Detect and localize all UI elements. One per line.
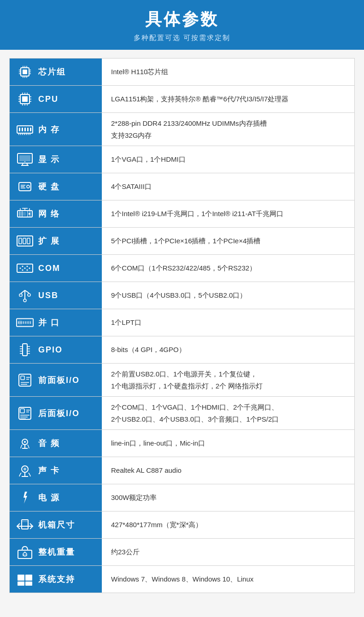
spec-row-dimensions: 机箱尺寸 427*480*177mm（宽*深*高） <box>10 511 354 539</box>
svg-rect-33 <box>30 128 31 131</box>
svg-rect-131 <box>18 582 24 586</box>
svg-point-69 <box>22 266 23 267</box>
spec-name-usb: USB <box>38 291 59 300</box>
svg-rect-32 <box>27 128 29 131</box>
display-icon <box>16 151 34 168</box>
usb-icon <box>16 287 34 304</box>
spec-row-display: 显 示 1个VGA口，1个HDMI口 <box>10 146 354 173</box>
parallel-icon <box>16 314 34 331</box>
page-title: 具体参数 <box>9 8 355 31</box>
svg-rect-64 <box>19 238 22 244</box>
spec-name-soundcard: 声 卡 <box>38 465 60 476</box>
spec-value-front-io: 2个前置USB2.0口、1个电源开关，1个复位键，1个电源指示灯，1个硬盘指示灯… <box>102 364 354 396</box>
spec-label-front-io: 前面板I/O <box>10 364 102 396</box>
svg-rect-57 <box>29 213 30 215</box>
svg-text:KG: KG <box>23 553 27 557</box>
spec-name-audio: 音 频 <box>38 438 60 449</box>
svg-rect-132 <box>25 582 32 586</box>
spec-row-com: COM 6个COM口（1个RS232/422/485，5个RS232） <box>10 255 354 282</box>
svg-point-74 <box>29 268 30 269</box>
spec-value-audio: line-in口，line-out口，Mic-in口 <box>102 430 354 457</box>
svg-rect-108 <box>20 409 24 413</box>
svg-point-78 <box>28 294 30 296</box>
page-subtitle: 多种配置可选 可按需求定制 <box>9 34 355 42</box>
spec-name-com: COM <box>38 264 60 273</box>
spec-value-os: Windows 7、Windows 8、Windows 10、Linux <box>102 566 354 593</box>
svg-point-70 <box>22 270 23 271</box>
spec-label-network: 网 络 <box>10 200 102 227</box>
spec-row-usb: USB 9个USB口（4个USB3.0口，5个USB2.0口） <box>10 282 354 309</box>
spec-label-expansion: 扩 展 <box>10 228 102 254</box>
os-icon <box>16 570 34 588</box>
header: 具体参数 多种配置可选 可按需求定制 <box>0 0 364 50</box>
dimensions-icon <box>16 516 34 534</box>
spec-label-audio: 音 频 <box>10 430 102 457</box>
spec-value-rear-io: 2个COM口、1个VGA口、1个HDMI口、2个千兆网口、2个USB2.0口、4… <box>102 397 354 429</box>
svg-rect-63 <box>17 236 33 246</box>
svg-point-46 <box>24 161 25 162</box>
spec-row-memory: 内 存 2*288-pin DDR4 2133/2400MHz UDIMMs内存… <box>10 113 354 146</box>
expansion-icon <box>16 232 34 250</box>
spec-table: 芯片组 Intel® H110芯片组 CPU LGA1151构架，支持英特尔® … <box>9 58 355 593</box>
spec-row-cpu: CPU LGA1151构架，支持英特尔® 酷睿™6代/7代I3/I5/I7处理器 <box>10 86 354 113</box>
spec-value-chipset: Intel® H110芯片组 <box>102 59 354 85</box>
spec-row-weight: KG 整机重量 约23公斤 <box>10 539 354 566</box>
svg-rect-29 <box>19 128 20 131</box>
svg-rect-47 <box>19 182 31 191</box>
spec-value-network: 1个Intel® i219-LM千兆网口，1个Intel® i211-AT千兆网… <box>102 200 354 227</box>
spec-value-dimensions: 427*480*177mm（宽*深*高） <box>102 511 354 538</box>
spec-row-soundcard: 声 卡 Realtek AL C887 audio <box>10 457 354 484</box>
svg-rect-123 <box>22 520 28 529</box>
spec-name-gpio: GPIO <box>38 345 63 355</box>
spec-label-power: 电 源 <box>10 484 102 511</box>
svg-rect-31 <box>24 128 26 131</box>
spec-name-parallel: 并 口 <box>38 317 60 328</box>
spec-row-expansion: 扩 展 5个PCI插槽，1个PCIe×16插槽，1个PCIe×4插槽 <box>10 228 354 255</box>
svg-line-77 <box>21 290 25 294</box>
spec-name-rear-io: 后面板I/O <box>38 408 80 419</box>
spec-value-harddisk: 4个SATAIII口 <box>102 173 354 200</box>
spec-row-front-io: 前面板I/O 2个前置USB2.0口、1个电源开关，1个复位键，1个电源指示灯，… <box>10 364 354 397</box>
spec-name-memory: 内 存 <box>38 124 60 135</box>
rear-io-icon <box>16 405 34 422</box>
weight-icon: KG <box>16 543 34 561</box>
spec-row-power: 电 源 300W额定功率 <box>10 484 354 511</box>
svg-rect-66 <box>27 238 30 244</box>
spec-label-soundcard: 声 卡 <box>10 457 102 484</box>
spec-label-harddisk: 硬 盘 <box>10 173 102 200</box>
spec-name-power: 电 源 <box>38 492 60 503</box>
svg-rect-58 <box>18 212 26 216</box>
spec-row-network: 网 络 1个Intel® i219-LM千兆网口，1个Intel® i211-A… <box>10 200 354 228</box>
memory-icon <box>16 121 34 138</box>
spec-row-harddisk: 硬 盘 4个SATAIII口 <box>10 173 354 200</box>
svg-rect-92 <box>23 344 27 356</box>
svg-rect-79 <box>19 294 22 296</box>
soundcard-icon <box>16 462 34 479</box>
svg-point-71 <box>24 268 26 269</box>
spec-value-memory: 2*288-pin DDR4 2133/2400MHz UDIMMs内存插槽支持… <box>102 113 354 146</box>
svg-point-117 <box>24 441 26 443</box>
spec-label-display: 显 示 <box>10 146 102 173</box>
svg-point-73 <box>27 270 28 271</box>
spec-value-usb: 9个USB口（4个USB3.0口，5个USB2.0口） <box>102 282 354 309</box>
spec-value-soundcard: Realtek AL C887 audio <box>102 457 354 484</box>
svg-rect-45 <box>19 155 30 161</box>
svg-point-121 <box>23 468 26 470</box>
power-icon <box>16 489 34 506</box>
spec-name-os: 系统支持 <box>38 574 75 585</box>
spec-label-usb: USB <box>10 282 102 309</box>
spec-label-os: 系统支持 <box>10 566 102 593</box>
svg-point-48 <box>27 185 29 188</box>
spec-label-com: COM <box>10 255 102 282</box>
audio-icon <box>16 435 34 452</box>
spec-name-dimensions: 机箱尺寸 <box>38 519 75 530</box>
spec-label-dimensions: 机箱尺寸 <box>10 511 102 538</box>
spec-value-com: 6个COM口（1个RS232/422/485，5个RS232） <box>102 255 354 282</box>
spec-name-display: 显 示 <box>38 154 60 165</box>
svg-rect-130 <box>25 575 32 581</box>
spec-value-expansion: 5个PCI插槽，1个PCIe×16插槽，1个PCIe×4插槽 <box>102 228 354 254</box>
spec-row-gpio: GPIO 8-bits（4 GPI，4GPO） <box>10 336 354 364</box>
cpu-icon <box>16 90 34 108</box>
spec-label-cpu: CPU <box>10 86 102 112</box>
spec-name-weight: 整机重量 <box>38 546 75 558</box>
